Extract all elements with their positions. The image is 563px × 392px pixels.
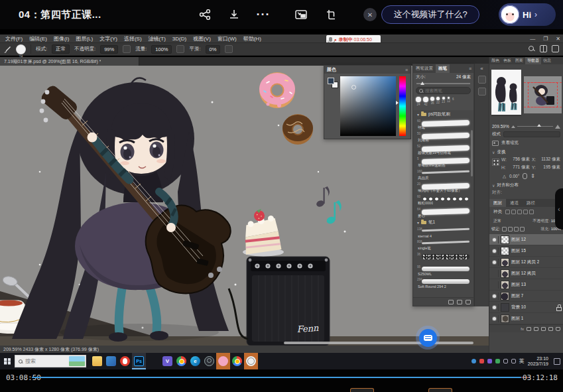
menu-item[interactable]: 滤镜(T) [149,35,166,42]
menu-item[interactable]: 3D(D) [172,36,186,42]
brush-row[interactable]: 808 single笔 [414,239,472,251]
tray-icon[interactable] [479,359,484,363]
brush-size-slider[interactable] [416,82,470,86]
zoom-slider-thumb[interactable] [537,124,541,127]
mini-player-icon[interactable] [293,7,309,23]
flow-field[interactable]: 100% [151,45,172,54]
brush-search[interactable] [416,87,471,94]
visibility-eye-icon[interactable] [491,315,499,322]
news-widget-thumbnail[interactable] [69,356,85,366]
mode-select[interactable]: 正常 [52,44,70,54]
layer-thumbnail[interactable] [501,258,509,267]
display-icon[interactable] [503,359,508,363]
taskbar-app-icon[interactable] [104,353,118,369]
timeline-thumb[interactable] [350,388,374,392]
new-group-icon[interactable] [448,300,454,304]
brush-preset[interactable]: 13 [442,97,445,103]
panel-tab[interactable]: 通道 [506,199,523,207]
brush-preset[interactable]: 36 [430,97,434,105]
layer-thumbnail[interactable] [501,314,509,323]
brush-row[interactable]: 64 爱心 [414,206,472,219]
color-panel-title[interactable]: 颜色 [327,66,336,73]
slider-thumb[interactable] [420,82,424,85]
library-row[interactable]: 查看缩览 [489,139,563,147]
taskbar-app-icon[interactable] [90,353,104,369]
align-section-header[interactable]: 对齐和分布 [489,180,563,189]
filter-type-icon[interactable] [517,210,522,214]
navigator-view-rect[interactable] [528,82,558,107]
brush-preset-picker[interactable]: 24 [16,44,26,54]
download-icon[interactable] [226,7,242,23]
layer-mask-icon[interactable] [527,327,531,331]
tab-brushes[interactable]: 画笔 [436,64,450,73]
brush-row[interactable]: 52 超级无敌19号仿纸笔 [414,143,472,156]
search-icon[interactable] [528,45,535,52]
panel-tab[interactable]: 色板 [501,57,513,64]
menu-item[interactable]: 编辑(E) [29,35,47,42]
brush-row[interactable]: 138 sternal 4 [414,226,472,239]
delete-layer-icon[interactable] [556,327,560,331]
brush-row[interactable]: 60 颗粒0000 [414,194,472,206]
brush-size-value[interactable]: 24 像素 [456,74,471,80]
lock-position-icon[interactable] [514,227,519,231]
timeline-thumb[interactable] [428,388,452,392]
menu-item[interactable]: 图像(I) [54,35,70,42]
document-tab[interactable]: 7.19期01录屏.psd @ 209%(图层 16, RGB/8#) * [0,57,139,66]
start-button[interactable] [0,353,15,369]
taskbar-clock[interactable]: 23:10 2023/7/19 [528,356,548,366]
menu-item[interactable]: 窗口(W) [218,35,237,42]
hue-slider-thumb[interactable] [396,101,399,105]
brush-row[interactable]: 95 S250WL [414,264,472,277]
angle-field[interactable]: 0.00° [509,174,519,178]
docked-panel-icon[interactable] [478,76,486,84]
lock-transparent-icon[interactable] [502,227,507,231]
panel-tab[interactable]: 路径 [523,199,539,207]
taskbar-app-icon[interactable] [174,353,188,369]
minimize-button[interactable]: — [530,36,535,42]
brush-row[interactable]: 294 Soft Round 294 2 [414,277,472,289]
screenshot-icon[interactable] [323,7,339,23]
brush-preset[interactable]: 22 [436,97,440,104]
x-field[interactable]: 1132 像素 [537,157,560,163]
tray-icon[interactable] [495,359,500,363]
zoom-out-icon[interactable] [511,125,515,128]
layer-thumbnail[interactable] [501,292,509,300]
foreground-background-swatches[interactable] [328,78,338,88]
volume-icon[interactable] [511,359,516,363]
pressure-opacity-icon[interactable] [123,45,131,53]
filter-pixel-icon[interactable] [505,210,510,214]
smoothing-field[interactable]: 0% [206,45,221,54]
brush-row[interactable]: 5 草莓双line速刷画 [414,156,472,168]
taskbar-app-icon[interactable] [258,353,272,369]
opacity-field[interactable]: 99% [100,45,118,54]
brush-preset[interactable]: 42 [423,97,428,106]
width-field[interactable]: 756 像素 [508,157,530,163]
docked-panel-icon[interactable] [478,88,486,96]
canvas-hscrollbar[interactable] [284,342,473,344]
chevron-down-icon[interactable]: ▾ [417,112,419,117]
reference-image-thumbnail[interactable] [491,70,521,115]
brush-tool-icon[interactable] [3,45,11,54]
brush-row[interactable]: ▾ 笔1 [414,219,472,226]
chevron-down-icon[interactable]: ▾ [417,220,419,225]
brush-preset[interactable]: 6 [452,97,454,101]
smoothing-gear-icon[interactable] [225,45,233,53]
taskbar-app-icon[interactable] [118,353,132,369]
menu-item[interactable]: 文件(F) [5,35,23,42]
share-icon[interactable] [197,7,213,23]
adjustment-layer-icon[interactable] [534,327,538,331]
brush-row[interactable]: 50 刘海用 [414,131,472,143]
panel-tab[interactable]: 信息 [541,57,553,64]
layer-thumbnail[interactable] [501,269,509,278]
airbrush-icon[interactable] [176,45,184,53]
color-marker[interactable] [351,85,356,90]
panel-tab[interactable]: 图层 [489,199,506,207]
taskbar-search-input[interactable] [25,358,60,364]
panel-tab[interactable]: 导航器 [525,57,541,64]
layer-row[interactable]: 图层 1 [489,313,563,324]
blend-mode-select[interactable]: 正常 [491,218,511,225]
navigator-proxy-view[interactable] [524,76,562,113]
taskbar-app-icon[interactable]: Ps [132,353,146,369]
brush-search-input[interactable] [425,88,465,93]
visibility-eye-icon[interactable] [491,259,499,266]
